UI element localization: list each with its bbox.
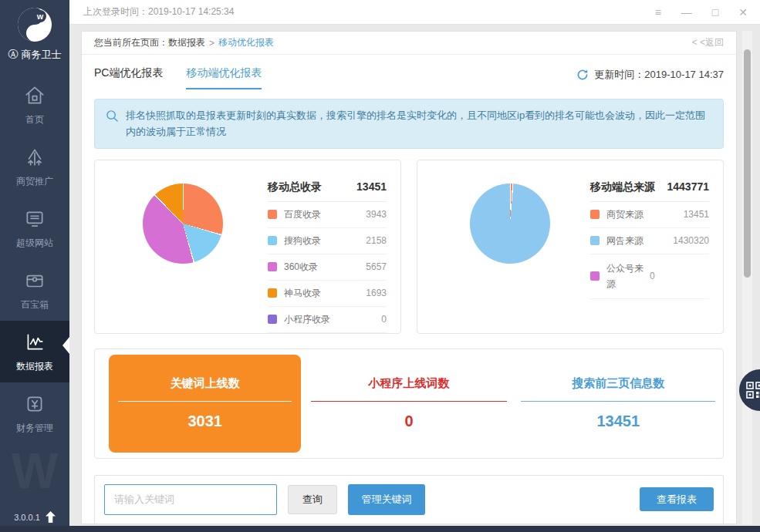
legend-swatch [268,288,277,298]
sidebar-item-promotion[interactable]: 商贸推广 [0,136,69,197]
version-row: 3.0.0.1 [0,511,69,523]
mobile-index-legend: 移动总收录 13451 百度收录 3943 搜狗收录 2158 [268,180,387,333]
sidebar-item-label: 首页 [25,113,44,126]
legend-label: 小程序收录 [284,313,381,326]
stat-miniprogram-words[interactable]: 小程序上线词数 0 [304,349,513,458]
refresh-icon[interactable] [576,69,589,81]
finance-icon [23,392,46,416]
manage-keywords-button[interactable]: 管理关键词 [348,484,425,515]
sidebar-nav: 首页 商贸推广 超级网站 百宝箱 [0,74,69,444]
sidebar-item-website[interactable]: 超级网站 [0,197,69,259]
sidebar-item-data-report[interactable]: 数据报表 [0,321,69,382]
legend-item: 小程序收录 0 [268,307,387,333]
toolbox-icon [23,269,46,292]
legend-item: 搜狗收录 2158 [268,228,387,254]
close-icon[interactable]: ✕ [738,7,748,18]
app-window: 上次登录时间：2019-10-17 14:25:34 ≡ — □ ✕ W Ⓐ 商… [0,0,760,532]
legend-item: 商贸来源 13451 [590,202,709,228]
legend-swatch [268,262,277,271]
keyword-toolbar: 查询 管理关键词 查看报表 [94,475,724,524]
stat-keywords-online: 关键词上线数 3031 [95,349,304,458]
stat-title: 小程序上线词数 [368,376,449,391]
chart-line-icon [23,331,46,354]
logo-watermark: W [0,443,69,500]
legend-swatch [268,236,277,245]
stat-divider [118,401,292,402]
stat-keywords-online-card[interactable]: 关键词上线数 3031 [109,355,301,453]
report-tabs: PC端优化报表 移动端优化报表 [94,66,262,89]
sidebar-item-finance[interactable]: 财务管理 [0,382,69,444]
legend-total: 13451 [356,180,387,193]
svg-text:W: W [37,13,44,21]
breadcrumb: 您当前所在页面：数据报表 > 移动优化报表 < <返回 [82,32,736,55]
bottom-strip [0,526,760,532]
app-logo: W [0,0,69,42]
legend-swatch [590,271,600,281]
maximize-icon[interactable]: □ [712,7,718,18]
tab-pc-report[interactable]: PC端优化报表 [94,66,163,89]
stats-card: 关键词上线数 3031 小程序上线词数 0 搜索前三页信息数 13451 [94,348,724,459]
content-panel: 您当前所在页面：数据报表 > 移动优化报表 < <返回 PC端优化报表 移动端优… [81,31,737,524]
menu-icon[interactable]: ≡ [655,7,661,18]
mobile-index-pie-chart [143,184,223,264]
legend-value: 1693 [366,288,387,298]
charts-row: 移动总收录 13451 百度收录 3943 搜狗收录 2158 [94,160,724,334]
last-login-time: 上次登录时间：2019-10-17 14:25:34 [69,5,234,19]
legend-item: 网告来源 1430320 [590,228,709,254]
legend-label: 360收录 [284,261,366,274]
sidebar-item-toolbox[interactable]: 百宝箱 [0,259,69,321]
notice-text: 排名快照抓取的是报表更新时刻的真实数据，搜索引擎的排名是实时变化的，且不同地区i… [126,107,712,140]
breadcrumb-separator: > [209,38,214,49]
legend-value: 1430320 [673,235,709,246]
legend-item: 公众号来源 0 [590,254,709,299]
update-arrow-icon[interactable] [46,511,56,523]
stat-top3-pages-info[interactable]: 搜索前三页信息数 13451 [514,349,723,458]
legend-value: 0 [381,314,387,325]
legend-label: 网告来源 [606,234,673,247]
legend-swatch [268,210,277,219]
legend-swatch [268,315,277,324]
minimize-icon[interactable]: — [681,7,692,18]
legend-title: 移动总收录 [268,180,322,194]
scrollbar-thumb[interactable] [744,49,751,278]
back-link[interactable]: < <返回 [692,36,724,49]
legend-title: 移动端总来源 [590,180,655,194]
legend-value: 13451 [684,209,709,220]
breadcrumb-prefix: 您当前所在页面：数据报表 [94,36,205,49]
stat-title: 关键词上线数 [171,376,240,391]
view-report-button[interactable]: 查看报表 [640,487,714,511]
legend-header: 移动端总来源 1443771 [590,180,709,202]
sidebar-item-home[interactable]: 首页 [0,74,69,136]
legend-value: 5657 [366,261,387,272]
legend-item: 百度收录 3943 [268,202,387,228]
update-time-row: 更新时间：2019-10-17 14:37 [576,68,724,89]
tabs-row: PC端优化报表 移动端优化报表 更新时间：2019-10-17 14:37 [82,55,736,89]
brand-badge-icon: Ⓐ [8,48,19,62]
stat-value: 3031 [187,412,222,430]
promotion-arrows-icon [23,146,46,169]
legend-value: 0 [650,271,655,281]
legend-swatch [590,210,600,219]
legend-value: 3943 [366,209,387,220]
stat-divider [521,401,715,402]
legend-swatch [590,236,600,245]
mobile-source-chart-card: 移动端总来源 1443771 商贸来源 13451 网告来源 1430320 [417,160,724,334]
stat-value: 0 [404,412,413,430]
legend-value: 2158 [366,235,387,246]
notice-banner: 排名快照抓取的是报表更新时刻的真实数据，搜索引擎的排名是实时变化的，且不同地区i… [94,99,724,149]
sidebar-item-label: 商贸推广 [16,175,53,188]
breadcrumb-current-link[interactable]: 移动优化报表 [218,36,274,49]
query-button[interactable]: 查询 [288,485,337,514]
keyword-search-input[interactable] [104,484,277,515]
legend-label: 商贸来源 [606,208,684,221]
legend-label: 神马收录 [284,287,366,300]
mobile-source-legend: 移动端总来源 1443771 商贸来源 13451 网告来源 1430320 [590,180,709,299]
tab-mobile-report[interactable]: 移动端优化报表 [186,66,262,89]
window-controls: ≡ — □ ✕ [655,7,760,18]
sidebar-item-label: 百宝箱 [21,298,49,311]
stat-title: 搜索前三页信息数 [572,376,664,391]
search-icon [106,109,119,123]
title-bar: 上次登录时间：2019-10-17 14:25:34 ≡ — □ ✕ [69,0,760,25]
legend-total: 1443771 [667,180,709,193]
stat-value: 13451 [597,412,640,430]
